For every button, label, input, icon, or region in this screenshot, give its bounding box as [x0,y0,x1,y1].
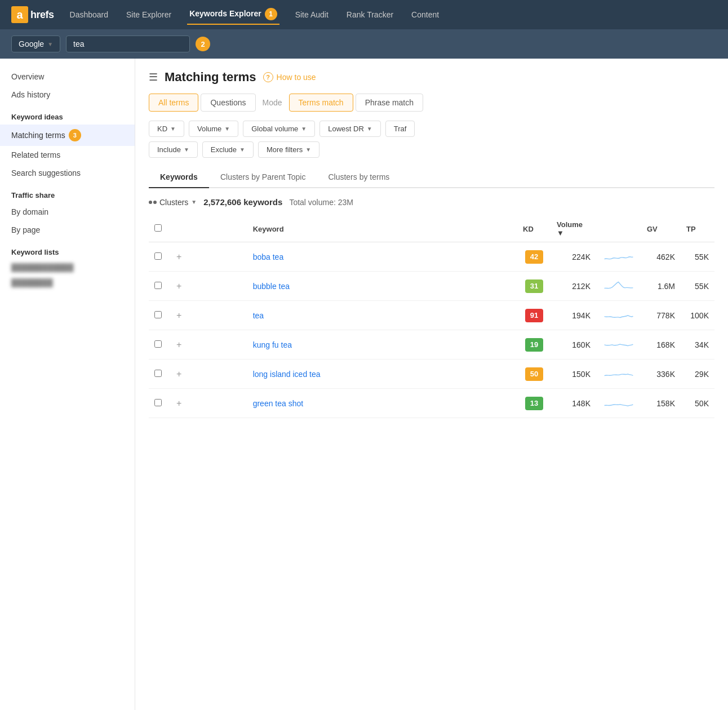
filter-include[interactable]: Include ▼ [149,141,198,158]
nav-rank-tracker[interactable]: Rank Tracker [344,7,396,23]
main-layout: Overview Ads history Keyword ideas Match… [0,59,728,710]
filter-volume[interactable]: Volume ▼ [189,121,238,137]
add-keyword-button[interactable]: + [173,339,185,350]
row-checkbox-4[interactable] [154,370,162,377]
add-keyword-button[interactable]: + [173,280,185,292]
col-header-chart [596,216,641,242]
row-kd-cell: 91 [517,301,551,330]
col-header-kd[interactable]: KD [517,216,551,242]
filter-lowest-dr[interactable]: Lowest DR ▼ [319,121,380,137]
sidebar-item-search-suggestions[interactable]: Search suggestions [0,164,135,182]
top-nav: a hrefs Dashboard Site Explorer Keywords… [0,0,728,29]
row-chart-cell [596,330,641,360]
filter-exclude[interactable]: Exclude ▼ [202,141,254,158]
nav-site-explorer[interactable]: Site Explorer [124,7,174,23]
row-tp-cell: 29K [681,360,714,389]
row-kd-cell: 50 [517,360,551,389]
keyword-link[interactable]: long island iced tea [253,370,321,379]
add-keyword-button[interactable]: + [173,251,185,263]
chevron-down-icon: ▼ [191,199,197,205]
keyword-link[interactable]: kung fu tea [253,340,292,349]
row-checkbox-5[interactable] [154,399,162,406]
col-header-volume[interactable]: Volume ▼ [551,216,596,242]
sidebar-keyword-list-1[interactable]: ████████████ [0,260,135,275]
sparkline-chart [602,248,636,264]
row-volume-cell: 194K [551,301,596,330]
how-to-use-link[interactable]: ? How to use [263,72,316,82]
menu-icon[interactable]: ☰ [149,71,158,83]
result-tab-clusters-terms[interactable]: Clusters by terms [317,167,401,188]
sidebar-item-by-page[interactable]: By page [0,221,135,239]
tab-questions[interactable]: Questions [201,94,255,112]
nav-dashboard[interactable]: Dashboard [68,7,111,23]
add-keyword-button[interactable]: + [173,397,185,409]
row-keyword-cell: green tea shot [247,389,517,418]
result-tab-clusters-parent[interactable]: Clusters by Parent Topic [209,167,317,188]
row-checkbox-cell [149,389,167,418]
row-chart-cell [596,272,641,301]
tab-all-terms[interactable]: All terms [149,94,198,112]
row-checkbox-2[interactable] [154,311,162,318]
nav-badge-1: 1 [265,8,277,20]
row-gv-cell: 158K [641,389,681,418]
sidebar-keyword-list-2[interactable]: ████████ [0,275,135,290]
filter-more[interactable]: More filters ▼ [258,141,319,158]
nav-site-audit[interactable]: Site Audit [293,7,331,23]
chevron-down-icon: ▼ [170,126,176,132]
row-checkbox-0[interactable] [154,252,162,260]
sidebar-item-matching-terms[interactable]: Matching terms 3 [0,125,135,146]
keywords-table: Keyword KD Volume ▼ GV TP + boba tea 42 … [149,216,714,418]
row-checkbox-3[interactable] [154,340,162,348]
filters-row-2: Include ▼ Exclude ▼ More filters ▼ [149,141,714,158]
keyword-link[interactable]: tea [253,311,264,320]
row-checkbox-cell [149,360,167,389]
filter-global-volume[interactable]: Global volume ▼ [243,121,315,137]
page-header: ☰ Matching terms ? How to use [149,70,714,85]
clusters-button[interactable]: Clusters ▼ [149,198,197,207]
tab-phrase-match[interactable]: Phrase match [356,94,423,112]
main-content: ☰ Matching terms ? How to use All terms … [135,59,728,710]
total-volume: Total volume: 23M [289,198,353,207]
sidebar-item-by-domain[interactable]: By domain [0,203,135,221]
row-checkbox-cell [149,242,167,272]
nav-content[interactable]: Content [409,7,441,23]
row-volume-cell: 160K [551,330,596,360]
nav-keywords-explorer[interactable]: Keywords Explorer 1 [187,5,279,25]
logo[interactable]: a hrefs [11,6,54,23]
chevron-down-icon: ▼ [184,147,189,153]
col-header-tp[interactable]: TP [681,216,714,242]
add-keyword-button[interactable]: + [173,309,185,321]
search-input[interactable] [66,36,190,52]
sidebar-section-keyword-ideas: Keyword ideas [0,104,135,125]
kd-badge: 50 [525,367,543,381]
sparkline-chart [602,277,636,293]
row-kd-cell: 13 [517,389,551,418]
row-keyword-cell: long island iced tea [247,360,517,389]
add-keyword-button[interactable]: + [173,368,185,380]
sidebar-item-overview[interactable]: Overview [0,68,135,86]
filter-traf[interactable]: Traf [385,121,415,137]
row-add-cell: + [167,360,247,389]
row-chart-cell [596,360,641,389]
sidebar-item-ads-history[interactable]: Ads history [0,86,135,104]
tab-terms-match[interactable]: Terms match [289,94,353,112]
kd-badge: 42 [525,250,543,264]
result-tab-keywords[interactable]: Keywords [149,167,209,188]
row-add-cell: + [167,330,247,360]
kd-badge: 31 [525,279,543,293]
results-tabs: Keywords Clusters by Parent Topic Cluste… [149,167,714,188]
keyword-link[interactable]: boba tea [253,252,284,261]
col-header-gv[interactable]: GV [641,216,681,242]
row-keyword-cell: tea [247,301,517,330]
row-checkbox-1[interactable] [154,282,162,289]
filter-kd[interactable]: KD ▼ [149,121,184,137]
keyword-link[interactable]: green tea shot [253,399,304,408]
row-tp-cell: 100K [681,301,714,330]
sidebar-section-traffic-share: Traffic share [0,182,135,203]
keyword-link[interactable]: bubble tea [253,282,290,291]
select-all-checkbox[interactable] [154,224,162,232]
sidebar-item-related-terms[interactable]: Related terms [0,146,135,164]
row-add-cell: + [167,301,247,330]
engine-select[interactable]: Google ▼ [11,36,60,52]
row-kd-cell: 31 [517,272,551,301]
